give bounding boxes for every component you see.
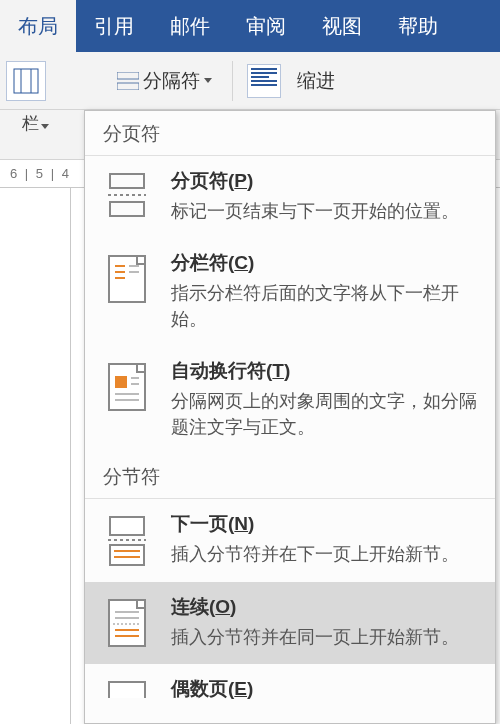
ribbon-tabs: 布局 引用 邮件 审阅 视图 帮助	[0, 0, 500, 52]
svg-rect-21	[110, 545, 144, 565]
svg-rect-5	[110, 174, 144, 188]
svg-rect-20	[110, 517, 144, 535]
menu-item-page-break[interactable]: 分页符(P) 标记一页结束与下一页开始的位置。	[85, 156, 495, 238]
page-margin-line	[70, 188, 71, 724]
menu-section-pagebreaks: 分页符	[85, 111, 495, 156]
svg-rect-15	[115, 376, 127, 388]
tab-help[interactable]: 帮助	[380, 0, 456, 52]
tab-layout[interactable]: 布局	[0, 0, 76, 52]
tab-view[interactable]: 视图	[304, 0, 380, 52]
column-break-icon	[99, 250, 155, 332]
menu-item-column-break[interactable]: 分栏符(C) 指示分栏符后面的文字将从下一栏开始。	[85, 238, 495, 346]
chevron-down-icon	[204, 78, 212, 83]
tab-mail[interactable]: 邮件	[152, 0, 228, 52]
tab-references[interactable]: 引用	[76, 0, 152, 52]
columns-icon[interactable]	[6, 61, 46, 101]
svg-rect-4	[117, 83, 139, 90]
menu-item-text-wrapping-break[interactable]: 自动换行符(T) 分隔网页上的对象周围的文字，如分隔题注文字与正文。	[85, 346, 495, 454]
indent-icon[interactable]	[247, 64, 281, 98]
indent-label: 缩进	[297, 68, 335, 94]
menu-item-next-page[interactable]: 下一页(N) 插入分节符并在下一页上开始新节。	[85, 499, 495, 581]
page-break-icon	[99, 168, 155, 224]
svg-rect-3	[117, 72, 139, 79]
ribbon-toolbar: 分隔符 缩进	[0, 52, 500, 110]
breaks-dropdown-menu: 分页符 分页符(P) 标记一页结束与下一页开始的位置。 分栏符(C) 指示分栏符…	[84, 110, 496, 724]
svg-rect-0	[14, 69, 38, 93]
columns-group[interactable]: 栏	[0, 112, 70, 135]
tab-review[interactable]: 审阅	[228, 0, 304, 52]
svg-rect-31	[109, 682, 145, 698]
svg-rect-6	[110, 202, 144, 216]
continuous-icon	[99, 594, 155, 650]
breaks-icon	[117, 72, 139, 90]
menu-item-continuous[interactable]: 连续(O) 插入分节符并在同一页上开始新节。	[85, 582, 495, 664]
breaks-label: 分隔符	[143, 68, 200, 94]
toolbar-separator	[232, 61, 233, 101]
even-page-icon	[99, 676, 155, 706]
svg-rect-8	[109, 256, 145, 302]
breaks-dropdown-button[interactable]: 分隔符	[111, 66, 218, 96]
menu-item-even-page[interactable]: 偶数页(E)	[85, 664, 495, 706]
svg-rect-25	[109, 600, 145, 646]
chevron-down-icon	[41, 124, 49, 129]
text-wrap-break-icon	[99, 358, 155, 440]
menu-section-sectionbreaks: 分节符	[85, 454, 495, 499]
next-page-icon	[99, 511, 155, 567]
